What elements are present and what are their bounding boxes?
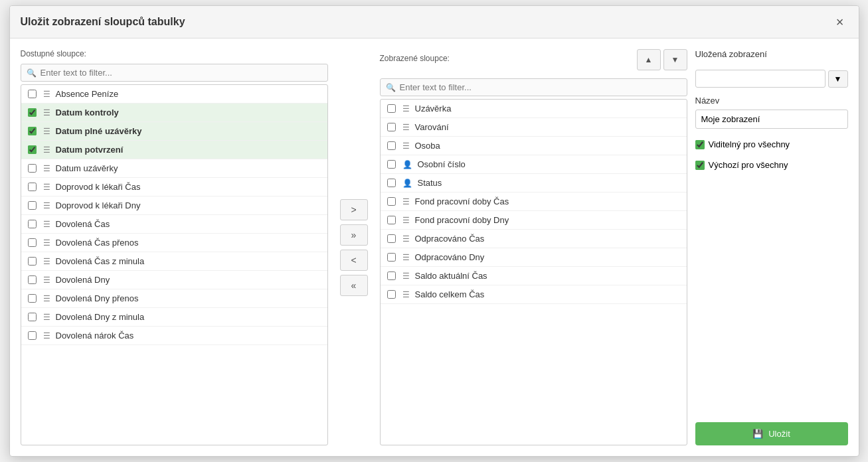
available-list-item[interactable]: ☰ Dovolená Čas z minula (21, 252, 327, 271)
displayed-list-item[interactable]: ☰ Odpracováno Dny (381, 248, 687, 267)
available-item-label: Absence Peníze (56, 89, 119, 99)
available-list-item[interactable]: ☰ Datum plné uzávěrky (21, 122, 327, 141)
displayed-item-checkbox[interactable] (387, 141, 396, 150)
table-icon: ☰ (43, 90, 50, 99)
displayed-item-checkbox[interactable] (387, 271, 396, 280)
transfer-left-single-button[interactable]: < (340, 250, 368, 271)
available-item-checkbox[interactable] (28, 331, 37, 340)
displayed-item-checkbox[interactable] (387, 290, 396, 299)
displayed-search-icon: 🔍 (386, 83, 396, 92)
move-down-button[interactable]: ▼ (663, 49, 687, 70)
available-list-item[interactable]: ☰ Datum potvrzení (21, 141, 327, 159)
displayed-item-checkbox[interactable] (387, 160, 396, 169)
available-columns-section: Dostupné sloupce: 🔍 ☰ Absence Peníze ☰ D… (21, 49, 328, 445)
available-list-item[interactable]: ☰ Datum uzávěrky (21, 159, 327, 178)
table-icon: ☰ (402, 197, 410, 206)
available-filter-input[interactable] (41, 68, 322, 78)
available-item-checkbox[interactable] (28, 145, 37, 154)
transfer-right-all-button[interactable]: » (340, 224, 368, 246)
displayed-item-checkbox[interactable] (387, 216, 396, 224)
table-icon: ☰ (43, 257, 50, 266)
displayed-filter-input[interactable] (400, 82, 681, 92)
table-icon: ☰ (43, 201, 50, 210)
table-icon: ☰ (402, 271, 410, 281)
available-item-checkbox[interactable] (28, 275, 37, 284)
available-item-checkbox[interactable] (28, 257, 37, 266)
displayed-list-item[interactable]: 👤 Osobní číslo (381, 155, 687, 174)
available-list-item[interactable]: ☰ Dovolená Dny přenos (21, 289, 327, 308)
table-icon: ☰ (402, 141, 410, 151)
available-item-checkbox[interactable] (28, 164, 37, 173)
available-list-item[interactable]: ☰ Datum kontroly (21, 104, 327, 122)
displayed-list-item[interactable]: ☰ Varování (381, 118, 687, 137)
displayed-item-label: Odpracováno Dny (415, 252, 485, 262)
name-section: Název (695, 96, 848, 129)
table-icon: ☰ (43, 275, 50, 285)
displayed-list-item[interactable]: ☰ Saldo aktuální Čas (381, 267, 687, 285)
close-button[interactable]: × (832, 14, 848, 30)
available-list-item[interactable]: ☰ Dovolená Čas přenos (21, 234, 327, 252)
available-list-item[interactable]: ☰ Dovolená Čas (21, 215, 327, 234)
available-list-item[interactable]: ☰ Doprovod k lékaři Dny (21, 196, 327, 215)
available-item-checkbox[interactable] (28, 220, 37, 228)
displayed-item-label: Fond pracovní doby Dny (415, 215, 509, 225)
displayed-list-item[interactable]: ☰ Fond pracovní doby Dny (381, 211, 687, 230)
displayed-item-label: Odpracováno Čas (415, 234, 485, 244)
available-item-checkbox[interactable] (28, 127, 37, 135)
available-item-label: Dovolená Dny přenos (56, 293, 139, 303)
displayed-list-item[interactable]: ☰ Fond pracovní doby Čas (381, 193, 687, 211)
available-item-label: Datum uzávěrky (56, 163, 118, 173)
displayed-item-checkbox[interactable] (387, 123, 396, 131)
available-item-checkbox[interactable] (28, 294, 37, 303)
displayed-list-item[interactable]: ☰ Osoba (381, 137, 687, 155)
available-item-label: Datum kontroly (56, 108, 119, 117)
available-item-label: Datum plné uzávěrky (56, 126, 142, 136)
displayed-item-checkbox[interactable] (387, 179, 396, 187)
saved-views-row: ▼ (695, 70, 848, 88)
displayed-item-label: Varování (415, 122, 449, 132)
displayed-item-checkbox[interactable] (387, 197, 396, 206)
available-list-item[interactable]: ☰ Dovolená nárok Čas (21, 327, 327, 345)
available-columns-label: Dostupné sloupce: (21, 49, 328, 58)
dialog: Uložit zobrazení sloupců tabulky × Dostu… (9, 5, 859, 457)
available-item-checkbox[interactable] (28, 90, 37, 98)
table-icon: ☰ (402, 290, 410, 299)
saved-views-input[interactable] (695, 70, 825, 88)
displayed-item-checkbox[interactable] (387, 253, 396, 262)
dialog-body: Dostupné sloupce: 🔍 ☰ Absence Peníze ☰ D… (10, 38, 859, 456)
available-item-checkbox[interactable] (28, 108, 37, 117)
move-up-button[interactable]: ▲ (637, 49, 661, 70)
table-icon: ☰ (43, 127, 50, 136)
available-item-checkbox[interactable] (28, 201, 37, 210)
displayed-list-item[interactable]: ☰ Saldo celkem Čas (381, 285, 687, 304)
available-item-label: Dovolená Dny z minula (56, 312, 145, 322)
available-item-checkbox[interactable] (28, 183, 37, 191)
available-item-label: Doprovod k lékaři Dny (56, 200, 141, 210)
available-list-item[interactable]: ☰ Dovolená Dny z minula (21, 308, 327, 327)
available-list-item[interactable]: ☰ Absence Peníze (21, 85, 327, 104)
table-icon: ☰ (43, 220, 50, 229)
save-button[interactable]: 💾 Uložit (695, 422, 848, 445)
default-for-all-checkbox[interactable] (695, 161, 705, 170)
displayed-item-checkbox[interactable] (387, 104, 396, 113)
available-list-item[interactable]: ☰ Dovolená Dny (21, 271, 327, 289)
name-input[interactable] (695, 110, 848, 129)
table-icon: ☰ (402, 216, 410, 225)
saved-views-dropdown-button[interactable]: ▼ (828, 70, 848, 88)
transfer-left-all-button[interactable]: « (340, 275, 368, 296)
available-item-checkbox[interactable] (28, 313, 37, 321)
displayed-item-checkbox[interactable] (387, 234, 396, 243)
displayed-list-item[interactable]: ☰ Odpracováno Čas (381, 230, 687, 248)
available-list-item[interactable]: ☰ Doprovod k lékaři Čas (21, 178, 327, 196)
default-for-all-label: Výchozí pro všechny (709, 160, 788, 170)
visible-for-all-checkbox[interactable] (695, 140, 705, 149)
table-icon: ☰ (43, 145, 50, 155)
displayed-item-label: Fond pracovní doby Čas (415, 196, 509, 206)
saved-views-section: Uložená zobrazení ▼ Název Viditelný pro … (695, 49, 848, 445)
available-item-checkbox[interactable] (28, 238, 37, 247)
displayed-list-item[interactable]: 👤 Status (381, 174, 687, 193)
transfer-right-single-button[interactable]: > (340, 199, 368, 220)
table-icon: ☰ (402, 234, 410, 244)
displayed-list-item[interactable]: ☰ Uzávěrka (381, 100, 687, 118)
default-for-all-row: Výchozí pro všechny (695, 160, 848, 170)
